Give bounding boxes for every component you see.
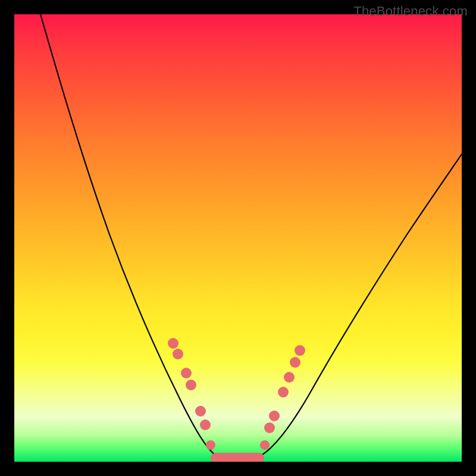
marker-dot	[278, 387, 289, 397]
trough-pill	[211, 453, 264, 462]
plot-area	[14, 14, 462, 462]
marker-dot	[290, 357, 300, 368]
marker-dot	[186, 380, 196, 390]
marker-dot	[206, 440, 215, 450]
marker-dot	[264, 422, 275, 433]
marker-dot	[269, 411, 280, 421]
marker-dot	[168, 338, 178, 349]
curve-layer	[14, 14, 462, 462]
marker-dot	[173, 349, 183, 359]
marker-dot	[195, 406, 206, 416]
marker-dot	[200, 419, 211, 430]
marker-dot	[181, 368, 192, 378]
marker-dot	[295, 345, 305, 356]
watermark-text: TheBottleneck.com	[353, 4, 468, 19]
chart-stage: TheBottleneck.com	[0, 0, 476, 476]
marker-dot	[260, 440, 270, 450]
marker-dot	[284, 372, 295, 383]
bottleneck-curve	[40, 14, 462, 458]
